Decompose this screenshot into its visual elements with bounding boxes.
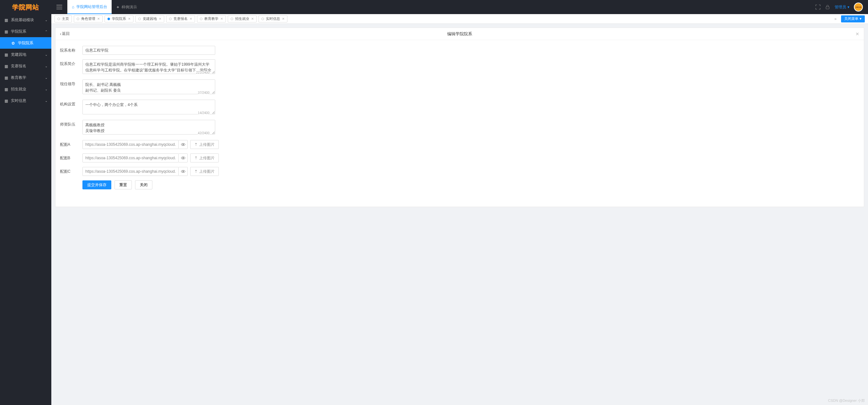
imgA-upload-button[interactable]: ⇡上传图片: [190, 140, 219, 149]
sidebar-toggle[interactable]: [51, 0, 67, 14]
avatar[interactable]: JAVA: [854, 3, 863, 11]
back-button[interactable]: ‹ 返回: [60, 31, 70, 36]
imgA-preview-button[interactable]: [179, 140, 188, 149]
page-tab-label: 角色管理: [81, 16, 95, 21]
imgC-label: 配图C: [60, 167, 83, 174]
close-menu-button[interactable]: 关闭菜单 ▾: [841, 15, 865, 23]
admin-dropdown[interactable]: 管理员 ▾: [835, 4, 849, 10]
tab-dot-icon: [57, 18, 60, 20]
panel-close-button[interactable]: ✕: [856, 31, 859, 36]
top-tab-admin[interactable]: ⌂ 学院网站管理后台: [67, 0, 112, 14]
svg-point-2: [183, 144, 184, 145]
topbar: 学院网站 ⌂ 学院网站管理后台 ✦ 样例演示 管理员 ▾ JAVA: [0, 0, 868, 14]
top-tab-demo[interactable]: ✦ 样例演示: [112, 0, 142, 14]
page-tab-department[interactable]: 学院院系✕: [104, 15, 133, 23]
intro-textarea[interactable]: [83, 59, 215, 74]
topbar-right: 管理员 ▾ JAVA: [815, 0, 868, 14]
eye-icon: [181, 156, 185, 160]
logo: 学院网站: [0, 0, 51, 14]
sidebar-item-label: 教育教学: [11, 75, 26, 80]
chevron-down-icon: ⌄: [45, 99, 48, 103]
sidebar-item-system[interactable]: ▦ 系统基础模块 ⌄: [0, 14, 51, 26]
submit-button[interactable]: 提交并保存: [83, 180, 111, 189]
leader-label: 现任领导: [60, 79, 83, 87]
staff-count: 42/2400: [198, 131, 210, 135]
imgB-label: 配图B: [60, 154, 83, 161]
tab-dot-icon: [200, 18, 203, 20]
chevron-down-icon: ⌄: [45, 88, 48, 91]
staff-label: 师资队伍: [60, 120, 83, 127]
sidebar-item-party[interactable]: ▦ 党建园地 ⌄: [0, 49, 51, 60]
imgB-upload-button[interactable]: ⇡上传图片: [190, 154, 219, 163]
grid-icon: ▦: [4, 87, 8, 91]
close-icon[interactable]: ✕: [190, 17, 192, 21]
upload-label: 上传图片: [199, 156, 215, 161]
grid-icon: ▦: [4, 53, 8, 57]
sidebar-item-contest[interactable]: ▦ 竞赛报名 ⌄: [0, 60, 51, 72]
svg-point-4: [183, 157, 184, 159]
upload-label: 上传图片: [199, 169, 215, 174]
hamburger-icon: [57, 5, 62, 9]
upload-icon: ⇡: [194, 169, 197, 174]
sidebar-item-education[interactable]: ▦ 教育教学 ⌄: [0, 72, 51, 83]
name-input[interactable]: [83, 46, 215, 55]
lock-icon[interactable]: [825, 4, 830, 10]
tab-dot-icon: [107, 18, 110, 20]
intro-count: 222/2400: [196, 71, 210, 74]
page-tab-label: 教育教学: [204, 16, 218, 21]
imgC-preview-button[interactable]: [179, 167, 188, 176]
page-tab-admission[interactable]: 招生就业✕: [228, 15, 257, 23]
grid-icon: ▦: [4, 30, 8, 33]
imgA-input[interactable]: [83, 140, 179, 149]
grid-icon: ▦: [4, 76, 8, 79]
eye-icon: [181, 142, 185, 147]
watermark: CSDN @Designer 小郑: [828, 398, 865, 403]
close-icon[interactable]: ✕: [251, 17, 254, 21]
close-icon[interactable]: ✕: [220, 17, 223, 21]
page-tab-party[interactable]: 党建园地✕: [135, 15, 164, 23]
avatar-text: JAVA: [855, 6, 862, 9]
sidebar-item-realtime[interactable]: ▦ 实时信息 ⌄: [0, 95, 51, 106]
tab-dot-icon: [261, 18, 264, 20]
close-icon[interactable]: ✕: [159, 17, 161, 21]
main: 主页 角色管理✕ 学院院系✕ 党建园地✕ 竞赛报名✕ 教育教学✕ 招生就业✕ 实…: [51, 14, 868, 405]
leader-textarea[interactable]: [83, 79, 215, 94]
sidebar-item-label: 党建园地: [11, 52, 26, 57]
page-tab-role[interactable]: 角色管理✕: [74, 15, 103, 23]
close-icon[interactable]: ✕: [97, 17, 100, 21]
sidebar-item-department-sub[interactable]: ✿ 学院院系: [0, 37, 51, 49]
chevron-up-icon: ⌃: [45, 30, 48, 33]
page-tab-realtime[interactable]: 实时信息✕: [258, 15, 287, 23]
reset-button[interactable]: 重置: [115, 180, 132, 189]
tabs-scroll-icon[interactable]: »: [832, 16, 839, 21]
imgC-upload-button[interactable]: ⇡上传图片: [190, 167, 219, 176]
page-tab-education[interactable]: 教育教学✕: [197, 15, 226, 23]
intro-label: 院系简介: [60, 59, 83, 67]
sparkle-icon: ✦: [116, 5, 120, 10]
sidebar-item-admission[interactable]: ▦ 招生就业 ⌄: [0, 83, 51, 95]
leader-count: 37/2400: [198, 91, 210, 95]
panel-header: ‹ 返回 编辑学院院系 ✕: [56, 28, 864, 40]
tab-dot-icon: [77, 18, 79, 20]
close-button[interactable]: 关闭: [135, 180, 152, 189]
imgC-input[interactable]: [83, 167, 179, 176]
close-icon[interactable]: ✕: [282, 17, 284, 21]
org-count: 14/2400: [198, 111, 210, 115]
fullscreen-icon[interactable]: [815, 4, 820, 10]
imgB-preview-button[interactable]: [179, 154, 188, 163]
staff-textarea[interactable]: [83, 120, 215, 135]
page-tab-label: 主页: [62, 16, 69, 21]
sidebar-item-label: 实时信息: [11, 98, 26, 103]
imgB-input[interactable]: [83, 154, 179, 163]
chevron-down-icon: ⌄: [45, 64, 48, 68]
close-icon[interactable]: ✕: [128, 17, 130, 21]
chevron-down-icon: ▾: [860, 16, 862, 21]
gear-icon: ✿: [11, 41, 16, 45]
org-textarea[interactable]: [83, 100, 215, 114]
page-tab-contest[interactable]: 竞赛报名✕: [166, 15, 195, 23]
page-tab-home[interactable]: 主页: [55, 15, 72, 23]
sidebar: ▦ 系统基础模块 ⌄ ▦ 学院院系 ⌃ ✿ 学院院系 ▦ 党建园地 ⌄ ▦ 竞赛…: [0, 14, 51, 405]
sidebar-item-department[interactable]: ▦ 学院院系 ⌃: [0, 26, 51, 37]
top-tab-label: 学院网站管理后台: [76, 4, 107, 10]
page-tab-label: 学院院系: [112, 16, 126, 21]
